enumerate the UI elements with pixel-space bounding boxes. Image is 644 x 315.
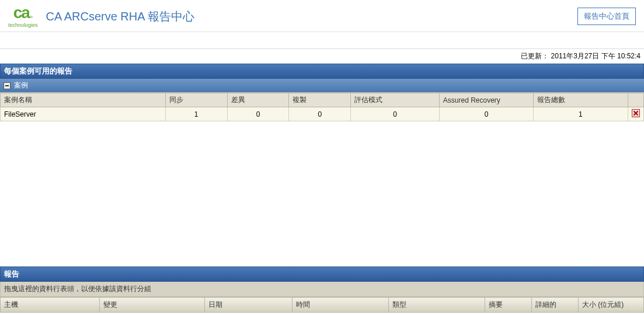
cell-replicate: 0 bbox=[289, 107, 351, 121]
reports-section: 報告 拖曳這裡的資料行表頭，以便依據該資料行分組 主機 變更 日期 時間 類型 … bbox=[0, 266, 644, 313]
scenarios-body-space bbox=[0, 121, 644, 256]
col-time[interactable]: 時間 bbox=[293, 298, 389, 313]
cell-assess: 0 bbox=[351, 107, 439, 121]
logo-subtext: technologies bbox=[8, 22, 38, 28]
col-change[interactable]: 變更 bbox=[100, 298, 205, 313]
cell-name: FileServer bbox=[1, 107, 166, 121]
col-host[interactable]: 主機 bbox=[1, 298, 100, 313]
col-type[interactable]: 類型 bbox=[389, 298, 485, 313]
updated-value: 2011年3月27日 下午 10:52:4 bbox=[551, 52, 640, 60]
report-center-home-button[interactable]: 報告中心首頁 bbox=[577, 8, 636, 25]
col-assess[interactable]: 評估模式 bbox=[351, 93, 439, 107]
col-name[interactable]: 案例名稱 bbox=[1, 93, 166, 107]
col-total[interactable]: 報告總數 bbox=[534, 93, 628, 107]
collapse-icon[interactable] bbox=[4, 82, 11, 89]
scenarios-section-title: 每個案例可用的報告 bbox=[0, 64, 644, 79]
delete-icon[interactable] bbox=[632, 109, 640, 117]
cell-action bbox=[628, 107, 643, 121]
col-size[interactable]: 大小 (位元組) bbox=[579, 298, 644, 313]
col-summary[interactable]: 摘要 bbox=[485, 298, 532, 313]
cell-total: 1 bbox=[534, 107, 628, 121]
logo-text: ca. bbox=[13, 5, 33, 21]
scenarios-group-bar: 案例 bbox=[0, 79, 644, 93]
header-left: ca. technologies CA ARCserve RHA 報告中心 bbox=[8, 5, 194, 28]
reports-columns: 主機 變更 日期 時間 類型 摘要 詳細的 大小 (位元組) bbox=[0, 297, 644, 313]
table-row[interactable]: FileServer 1 0 0 0 0 1 bbox=[1, 107, 644, 121]
cell-diff: 0 bbox=[227, 107, 289, 121]
col-action bbox=[628, 93, 643, 107]
scenarios-table: 案例名稱 同步 差異 複製 評估模式 Assured Recovery 報告總數… bbox=[0, 93, 644, 121]
cell-ar: 0 bbox=[439, 107, 533, 121]
col-ar[interactable]: Assured Recovery bbox=[439, 93, 533, 107]
col-detail[interactable]: 詳細的 bbox=[532, 298, 579, 313]
updated-label: 已更新： bbox=[521, 52, 549, 60]
reports-section-title: 報告 bbox=[0, 267, 644, 282]
cell-sync: 1 bbox=[165, 107, 227, 121]
col-replicate[interactable]: 複製 bbox=[289, 93, 351, 107]
app-header: ca. technologies CA ARCserve RHA 報告中心 報告… bbox=[0, 0, 644, 32]
col-diff[interactable]: 差異 bbox=[227, 93, 289, 107]
brand-logo: ca. technologies bbox=[8, 5, 38, 28]
scenarios-group-label: 案例 bbox=[14, 80, 28, 90]
drag-group-hint[interactable]: 拖曳這裡的資料行表頭，以便依據該資料行分組 bbox=[0, 282, 644, 297]
col-sync[interactable]: 同步 bbox=[165, 93, 227, 107]
last-updated-bar: 已更新： 2011年3月27日 下午 10:52:4 bbox=[0, 48, 644, 64]
app-title: CA ARCserve RHA 報告中心 bbox=[46, 9, 195, 24]
col-date[interactable]: 日期 bbox=[205, 298, 293, 313]
